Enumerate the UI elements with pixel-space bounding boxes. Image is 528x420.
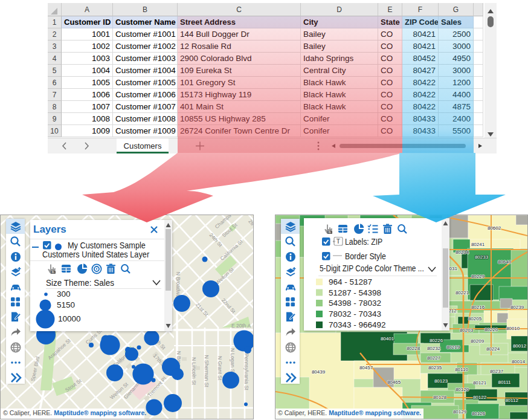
svg-text:80239: 80239 — [510, 305, 524, 310]
svg-text:80241: 80241 — [471, 242, 485, 247]
svg-text:964 - 51287: 964 - 51287 — [329, 277, 372, 286]
svg-text:80220: 80220 — [485, 327, 498, 332]
svg-text:N Logan S: N Logan S — [230, 348, 236, 372]
svg-text:80110: 80110 — [455, 367, 468, 372]
svg-text:80640: 80640 — [498, 259, 512, 265]
svg-text:80126: 80126 — [472, 411, 486, 416]
svg-text:80221: 80221 — [456, 290, 469, 296]
svg-text:300: 300 — [57, 289, 71, 299]
svg-text:80457: 80457 — [359, 365, 373, 370]
svg-text:54398 - 78032: 54398 - 78032 — [329, 299, 381, 308]
svg-text:80014: 80014 — [512, 359, 526, 364]
svg-text:80226: 80226 — [430, 338, 443, 343]
svg-text:80228: 80228 — [407, 346, 420, 351]
svg-text:80227: 80227 — [427, 355, 441, 361]
svg-text:80120: 80120 — [456, 387, 469, 392]
svg-text:80010: 80010 — [506, 326, 520, 331]
svg-text:80123: 80123 — [434, 378, 448, 384]
svg-text:51287 - 54398: 51287 - 54398 — [329, 288, 381, 297]
svg-text:80235: 80235 — [428, 365, 442, 370]
svg-text:10000: 10000 — [58, 314, 81, 323]
svg-text:80012: 80012 — [513, 343, 527, 349]
svg-text:80602: 80602 — [488, 225, 501, 231]
svg-text:N Grant St: N Grant St — [217, 356, 223, 381]
svg-text:80129: 80129 — [453, 409, 467, 415]
svg-text:80203: 80203 — [460, 328, 474, 333]
svg-text:80205: 80205 — [468, 316, 482, 321]
svg-text:70343 - 966492: 70343 - 966492 — [329, 320, 386, 329]
svg-text:80216: 80216 — [471, 305, 485, 310]
svg-text:80439: 80439 — [312, 369, 326, 375]
svg-text:N Sherman St: N Sherman St — [204, 355, 210, 387]
svg-text:80465: 80465 — [387, 380, 401, 385]
svg-text:T: T — [336, 237, 341, 245]
svg-text:lb: lb — [329, 230, 331, 234]
svg-text:5150: 5150 — [57, 300, 75, 309]
svg-text:N Pennsylvania St: N Pennsylvania St — [243, 348, 250, 390]
svg-text:78032 - 70343: 78032 - 70343 — [329, 309, 381, 318]
svg-text:80232: 80232 — [427, 346, 441, 351]
svg-text:lb: lb — [52, 270, 54, 274]
svg-text:80229: 80229 — [471, 274, 485, 279]
svg-text:212: 212 — [448, 308, 457, 314]
svg-text:80224: 80224 — [486, 346, 500, 352]
svg-text:80401: 80401 — [381, 336, 394, 341]
svg-text:80111: 80111 — [498, 380, 511, 385]
svg-text:Customers: Customers — [124, 141, 162, 150]
svg-text:80128: 80128 — [433, 395, 447, 400]
svg-text:80122: 80122 — [473, 395, 487, 400]
svg-text:80121: 80121 — [473, 380, 487, 386]
svg-text:80219: 80219 — [446, 344, 460, 350]
svg-text:80209: 80209 — [471, 338, 485, 344]
svg-text:N Lincoln St: N Lincoln St — [191, 357, 197, 385]
svg-text:80112: 80112 — [505, 398, 518, 403]
svg-text:80234: 80234 — [456, 250, 469, 255]
svg-text:80237: 80237 — [490, 369, 504, 374]
svg-text:E 20th A: E 20th A — [231, 323, 251, 329]
svg-text:80233: 80233 — [475, 254, 489, 260]
